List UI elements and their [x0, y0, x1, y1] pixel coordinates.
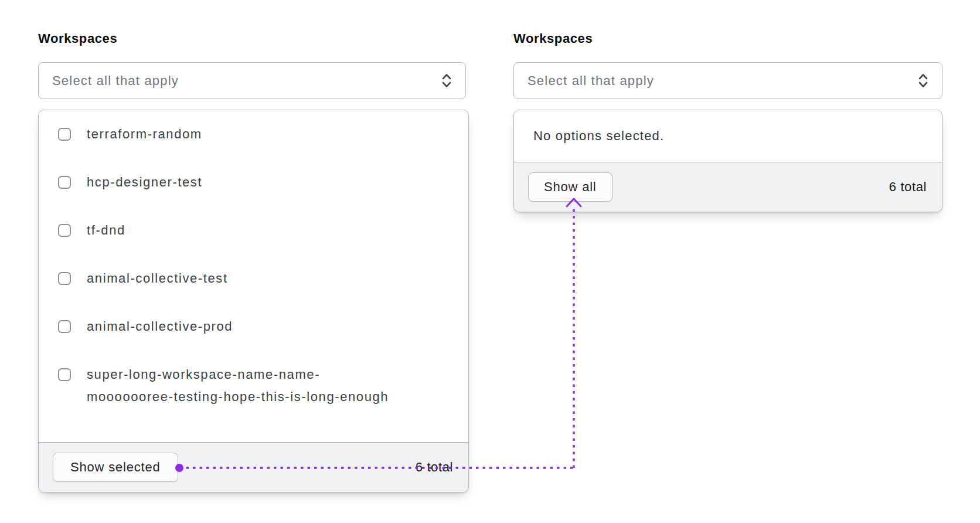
- total-count: 6 total: [416, 460, 453, 475]
- field-label: Workspaces: [513, 30, 942, 47]
- checkbox[interactable]: [58, 128, 71, 141]
- unfold-caret-icon: [441, 73, 452, 89]
- field-label: Workspaces: [38, 30, 469, 47]
- workspaces-multiselect-empty: Workspaces Select all that apply No opti…: [513, 30, 942, 212]
- page: Workspaces Select all that apply terrafo…: [0, 0, 980, 523]
- option-row[interactable]: terraform-random: [39, 110, 468, 158]
- total-count: 6 total: [889, 179, 927, 195]
- option-label: hcp-designer-test: [87, 171, 202, 193]
- option-row[interactable]: tf-dnd: [39, 206, 468, 254]
- checkbox[interactable]: [58, 272, 71, 285]
- checkbox[interactable]: [58, 176, 71, 189]
- option-row[interactable]: hcp-designer-test: [39, 158, 468, 206]
- option-label: terraform-random: [87, 123, 202, 145]
- checkbox[interactable]: [58, 224, 71, 237]
- option-row[interactable]: animal-collective-prod: [39, 303, 468, 351]
- trigger-placeholder: Select all that apply: [52, 73, 179, 89]
- panel-footer: Show all 6 total: [514, 162, 942, 212]
- multiselect-trigger[interactable]: Select all that apply: [38, 62, 466, 99]
- trigger-placeholder: Select all that apply: [528, 73, 654, 89]
- selected-panel: No options selected. Show all 6 total: [513, 110, 942, 212]
- option-label: animal-collective-test: [87, 267, 228, 290]
- workspaces-multiselect-open: Workspaces Select all that apply terrafo…: [38, 30, 469, 493]
- multiselect-trigger[interactable]: Select all that apply: [513, 62, 942, 99]
- unfold-caret-icon: [917, 73, 929, 89]
- panel-footer: Show selected 6 total: [39, 442, 468, 492]
- option-row[interactable]: animal-collective-test: [39, 254, 468, 303]
- option-label: tf-dnd: [87, 219, 125, 242]
- checkbox[interactable]: [58, 320, 71, 333]
- option-label: super-long-workspace-name-name-moooooore…: [87, 364, 403, 408]
- options-panel: terraform-random hcp-designer-test tf-dn…: [38, 110, 469, 493]
- show-all-button[interactable]: Show all: [528, 172, 612, 202]
- show-selected-button[interactable]: Show selected: [53, 453, 178, 482]
- checkbox[interactable]: [58, 368, 71, 381]
- option-row[interactable]: super-long-workspace-name-name-moooooore…: [39, 351, 468, 421]
- empty-message: No options selected.: [514, 110, 942, 162]
- options-list: terraform-random hcp-designer-test tf-dn…: [39, 110, 468, 442]
- option-label: animal-collective-prod: [87, 315, 233, 338]
